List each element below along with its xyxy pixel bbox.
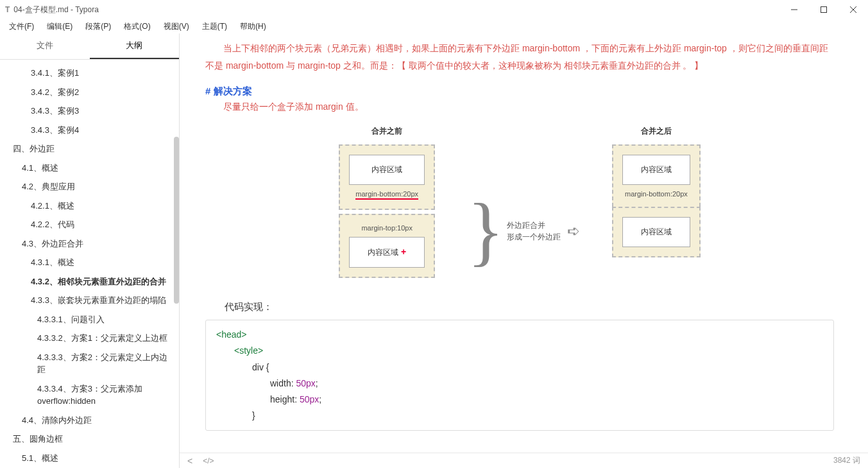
menu-help[interactable]: 帮助(H): [234, 20, 273, 33]
outline-item[interactable]: 4.1、概述: [0, 159, 179, 178]
code-block[interactable]: <head> <style> div { width: 50px; height…: [205, 320, 834, 431]
outline-item[interactable]: 4.3.3.1、问题引入: [0, 310, 179, 329]
solution-text: 尽量只给一个盒子添加 margin 值。: [223, 101, 834, 113]
outline-item[interactable]: 3.4.3、案例3: [0, 101, 179, 121]
editor-content[interactable]: 当上下相邻的两个块元素（兄弟元素）相遇时，如果上面的元素有下外边距 margin…: [180, 33, 868, 468]
outline-item[interactable]: 4.2.2、代码: [0, 215, 179, 234]
outline-item[interactable]: 4.3.2、相邻块元素垂直外边距的合并: [0, 272, 179, 291]
tab-outline[interactable]: 大纲: [90, 33, 180, 59]
outline-item[interactable]: 4.3.3.3、方案2：父元素定义上内边距: [0, 348, 179, 379]
outline-item[interactable]: 3.4.1、案例1: [0, 64, 179, 83]
outline-item[interactable]: 4.3.3.2、方案1：父元素定义上边框: [0, 329, 179, 348]
outline-item[interactable]: 3.4.3、案例4: [0, 121, 179, 140]
menu-edit[interactable]: 编辑(E): [40, 20, 79, 33]
menu-format[interactable]: 格式(O): [117, 20, 157, 33]
outline-item[interactable]: 4.3.1、概述: [0, 253, 179, 272]
menu-theme[interactable]: 主题(T): [196, 20, 234, 33]
statusbar: < </> 3842 词: [180, 453, 868, 468]
minimize-button[interactable]: [779, 0, 809, 19]
outline-item[interactable]: 4.2.1、概述: [0, 196, 179, 216]
menu-paragraph[interactable]: 段落(P): [79, 20, 117, 33]
arrow-right-icon: ➪: [567, 222, 580, 240]
window-title: 04-盒子模型.md - Typora: [13, 4, 98, 15]
outline-item[interactable]: 5.1、概述: [0, 449, 179, 468]
solution-heading: # 解决方案: [205, 85, 834, 98]
source-mode-icon[interactable]: </>: [203, 456, 214, 465]
svg-rect-1: [821, 7, 827, 13]
outline-item[interactable]: 五、圆角边框: [0, 429, 179, 449]
close-button[interactable]: [838, 0, 868, 19]
maximize-button[interactable]: [809, 0, 838, 19]
menubar: 文件(F) 编辑(E) 段落(P) 格式(O) 视图(V) 主题(T) 帮助(H…: [0, 19, 868, 33]
menu-file[interactable]: 文件(F): [3, 20, 40, 33]
sidebar-toggle-icon[interactable]: <: [187, 456, 192, 466]
word-count[interactable]: 3842 词: [833, 455, 860, 466]
scrollbar-thumb[interactable]: [174, 137, 179, 304]
cursor-icon: +: [401, 247, 406, 257]
menu-view[interactable]: 视图(V): [157, 20, 196, 33]
code-heading: 代码实现：: [225, 301, 834, 313]
app-icon: T: [5, 5, 10, 14]
outline-item[interactable]: 四、外边距: [0, 139, 179, 159]
outline-item[interactable]: 4.2、典型应用: [0, 177, 179, 196]
outline-list[interactable]: 3.4.1、案例13.4.2、案例23.4.3、案例33.4.3、案例4四、外边…: [0, 60, 179, 468]
outline-item[interactable]: 4.4、清除内外边距: [0, 411, 179, 430]
margin-collapse-diagram: 合并之前 内容区域 margin-bottom:20px margin-top:…: [205, 126, 834, 282]
tab-file[interactable]: 文件: [0, 33, 90, 59]
outline-item[interactable]: 4.3、外边距合并: [0, 234, 179, 254]
outline-item[interactable]: 4.3.3.4、方案3：父元素添加overflow:hidden: [0, 379, 179, 411]
outline-item[interactable]: 4.3.3、嵌套块元素垂直外边距的塌陷: [0, 291, 179, 310]
titlebar: T 04-盒子模型.md - Typora: [0, 0, 868, 19]
quote-block: 当上下相邻的两个块元素（兄弟元素）相遇时，如果上面的元素有下外边距 margin…: [205, 40, 834, 74]
brace-icon: }: [467, 196, 504, 266]
sidebar: 文件 大纲 3.4.1、案例13.4.2、案例23.4.3、案例33.4.3、案…: [0, 33, 180, 468]
outline-item[interactable]: 3.4.2、案例2: [0, 83, 179, 102]
